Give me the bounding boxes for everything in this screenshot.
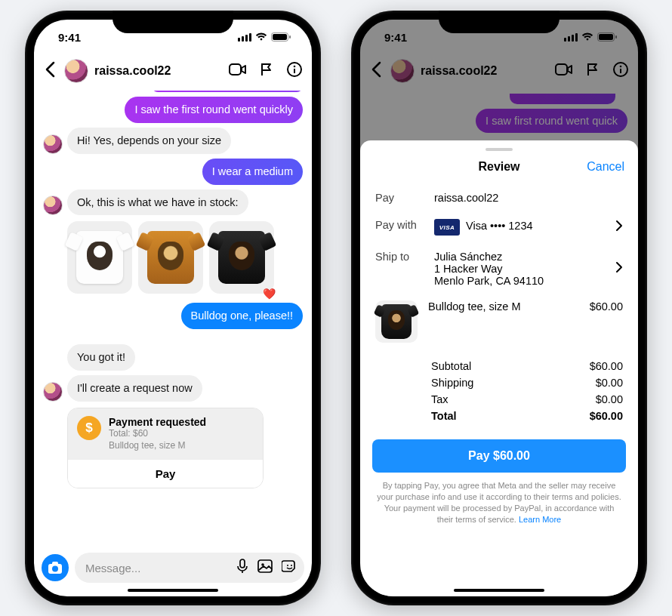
- msg-recv-1[interactable]: Hi! Yes, depends on your size: [67, 128, 231, 154]
- msg-sent-3[interactable]: Bulldog one, please!!: [181, 303, 303, 329]
- paywith-value: VISAVisa •••• 1234: [434, 219, 612, 236]
- svg-rect-0: [238, 38, 240, 42]
- payment-desc: Bulldog tee, size M: [109, 440, 206, 452]
- svg-rect-20: [568, 36, 570, 42]
- product-tshirt-black[interactable]: ❤️: [209, 221, 274, 294]
- total-value: $60.00: [590, 410, 623, 422]
- composer: Message...: [42, 553, 304, 583]
- paywith-label: Pay with: [375, 219, 431, 231]
- status-time: 9:41: [58, 31, 81, 44]
- review-sheet: Review Cancel Pay raissa.cool22 Pay with…: [360, 140, 638, 596]
- svg-rect-15: [258, 560, 272, 572]
- notch: [439, 11, 559, 33]
- shipping-value: $0.00: [596, 377, 623, 389]
- chat-body: I saw the first round went quickly Hi! Y…: [34, 91, 312, 488]
- msg-recv-2[interactable]: Ok, this is what we have in stock:: [67, 189, 248, 216]
- svg-rect-14: [240, 559, 245, 568]
- product-row: ❤️: [67, 221, 303, 294]
- cellular-icon: [564, 32, 578, 42]
- msg-recv-3[interactable]: You got it!: [67, 344, 135, 371]
- battery-icon: [597, 32, 617, 42]
- payee-value: raissa.cool22: [434, 192, 623, 204]
- back-button[interactable]: [42, 60, 58, 83]
- sheet-title: Review: [478, 160, 519, 174]
- payment-total: Total: $60: [109, 428, 206, 440]
- svg-rect-12: [52, 562, 58, 565]
- cancel-button[interactable]: Cancel: [587, 160, 624, 174]
- sheet-grabber[interactable]: [486, 148, 513, 151]
- total-label: Total: [431, 410, 457, 422]
- totals-block: Subtotal$60.00 Shipping$0.00 Tax$0.00 To…: [360, 346, 638, 430]
- tax-value: $0.00: [596, 393, 623, 405]
- svg-rect-5: [273, 34, 287, 40]
- payment-title: Payment requested: [109, 416, 206, 428]
- legal-text: By tapping Pay, you agree that Meta and …: [360, 480, 638, 525]
- message-input[interactable]: Message...: [85, 562, 227, 574]
- chat-header: raissa.cool22: [34, 54, 312, 91]
- svg-rect-3: [249, 33, 251, 42]
- svg-rect-10: [294, 69, 295, 73]
- dollar-icon: $: [77, 416, 101, 440]
- review-payee-row: Pay raissa.cool22: [360, 184, 638, 211]
- svg-rect-6: [289, 35, 291, 38]
- avatar: [43, 382, 63, 402]
- svg-rect-19: [564, 38, 566, 42]
- learn-more-link[interactable]: Learn More: [519, 515, 561, 524]
- svg-rect-24: [599, 34, 613, 40]
- chevron-right-icon: [615, 261, 623, 277]
- pay-button[interactable]: Pay: [68, 459, 263, 488]
- item-price: $60.00: [590, 300, 623, 313]
- item-thumbnail: [375, 300, 418, 343]
- svg-rect-1: [242, 36, 244, 42]
- gallery-icon[interactable]: [257, 559, 273, 576]
- battery-icon: [271, 32, 291, 42]
- svg-point-18: [291, 565, 292, 566]
- cellular-icon: [238, 32, 251, 42]
- pay-label: Pay: [375, 192, 431, 204]
- msg-recv-4[interactable]: I'll create a request now: [67, 375, 202, 402]
- product-tshirt-white[interactable]: [67, 221, 132, 294]
- shipping-label: Shipping: [431, 377, 473, 389]
- info-icon[interactable]: [286, 61, 303, 81]
- review-shipto-row[interactable]: Ship to Julia Sánchez 1 Hacker Way Menlo…: [360, 243, 638, 294]
- subtotal-label: Subtotal: [431, 360, 471, 372]
- subtotal-value: $60.00: [590, 360, 623, 372]
- wifi-icon: [255, 32, 267, 42]
- svg-rect-22: [575, 33, 578, 42]
- product-tshirt-gold[interactable]: [138, 221, 203, 294]
- sticker-icon[interactable]: [282, 559, 297, 577]
- notch: [113, 11, 233, 33]
- svg-rect-25: [615, 35, 617, 38]
- phone-review: 9:41 raissa.cool22 I saw first round wen…: [351, 11, 647, 605]
- username[interactable]: raissa.cool22: [94, 64, 223, 78]
- heart-icon: ❤️: [263, 288, 276, 300]
- mic-icon[interactable]: [236, 559, 248, 577]
- svg-point-17: [287, 565, 288, 566]
- phone-chat: 9:41 raissa.cool22 I saw the first round…: [25, 11, 321, 605]
- shipto-label: Ship to: [375, 251, 431, 263]
- video-icon[interactable]: [229, 63, 247, 79]
- payment-request-card: $ Payment requested Total: $60 Bulldog t…: [67, 408, 264, 488]
- svg-rect-7: [230, 64, 241, 75]
- avatar[interactable]: [64, 59, 88, 83]
- tax-label: Tax: [431, 393, 449, 405]
- msg-sent-2[interactable]: I wear a medium: [202, 159, 303, 185]
- visa-icon: VISA: [434, 219, 460, 236]
- review-item-row: Bulldog tee, size M $60.00: [360, 294, 638, 346]
- msg-sent-1[interactable]: I saw the first round went quickly: [125, 97, 303, 123]
- svg-rect-2: [245, 35, 248, 42]
- home-indicator[interactable]: [128, 589, 218, 592]
- camera-button[interactable]: [42, 554, 69, 581]
- avatar: [43, 196, 63, 215]
- svg-rect-21: [572, 35, 574, 42]
- flag-icon[interactable]: [259, 62, 274, 80]
- svg-point-9: [294, 66, 296, 68]
- review-paywith-row[interactable]: Pay with VISAVisa •••• 1234: [360, 211, 638, 243]
- status-time: 9:41: [384, 31, 407, 44]
- shipto-value: Julia Sánchez 1 Hacker Way Menlo Park, C…: [434, 251, 612, 287]
- avatar: [43, 134, 63, 154]
- svg-point-13: [52, 566, 58, 572]
- home-indicator[interactable]: [454, 589, 544, 592]
- pay-confirm-button[interactable]: Pay $60.00: [372, 439, 626, 473]
- item-name: Bulldog tee, size M: [428, 300, 579, 313]
